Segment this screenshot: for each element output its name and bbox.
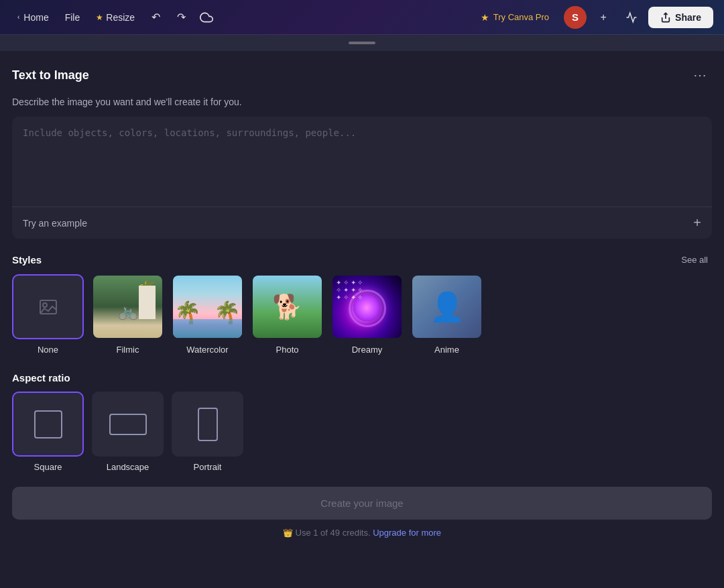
panel-header: Text to Image ⋯ xyxy=(12,64,712,86)
style-label-filmic: Filmic xyxy=(117,345,139,355)
aspect-label-portrait: Portrait xyxy=(194,462,222,472)
image-description-input[interactable] xyxy=(12,117,712,204)
dreamy-scene: ✦ ✧ ✦ ✧✧ ✦ ✦ ✧✦ ✧ ✦ ✧ xyxy=(333,276,402,338)
styles-row: None 🌴 🚲 Filmic 🌴 🌴 Waterc xyxy=(12,274,712,357)
style-label-none: None xyxy=(38,345,58,355)
share-button[interactable]: Share xyxy=(648,7,713,28)
topbar: ‹ Home File ★ Resize ↶ ↷ ★ Try Canva Pro… xyxy=(0,0,724,35)
nav-file[interactable]: File xyxy=(58,8,87,27)
aspect-label-landscape: Landscape xyxy=(107,462,149,472)
resize-crown-icon: ★ xyxy=(96,13,103,22)
try-canva-pro-label: Try Canva Pro xyxy=(493,12,549,22)
panel-subtitle: Describe the image you want and we'll cr… xyxy=(12,97,712,107)
portrait-shape-icon xyxy=(198,408,218,441)
redo-button[interactable]: ↷ xyxy=(170,6,192,29)
nav-resize-label: Resize xyxy=(106,12,135,23)
filmic-building xyxy=(139,286,156,319)
aspect-label-square: Square xyxy=(34,462,62,472)
main-panel: Text to Image ⋯ Describe the image you w… xyxy=(0,51,724,588)
drag-handle-bar xyxy=(349,42,375,44)
watercolor-scene: 🌴 🌴 xyxy=(173,276,242,338)
style-thumb-photo: 🐕 xyxy=(251,274,323,339)
try-example-bar[interactable]: Try an example + xyxy=(12,207,712,239)
avatar[interactable]: S xyxy=(564,6,587,29)
add-collaborator-button[interactable]: + xyxy=(592,6,615,29)
style-label-anime: Anime xyxy=(434,345,459,355)
style-item-dreamy[interactable]: ✦ ✧ ✦ ✧✧ ✦ ✦ ✧✦ ✧ ✦ ✧ Dreamy xyxy=(331,274,403,355)
aspect-thumb-landscape xyxy=(92,392,164,457)
aspect-item-landscape[interactable]: Landscape xyxy=(92,392,164,472)
anime-scene: 👤 xyxy=(412,276,481,338)
topbar-actions: ★ Try Canva Pro S + Share xyxy=(471,6,713,29)
share-label: Share xyxy=(675,12,701,23)
panel-title: Text to Image xyxy=(12,68,89,82)
style-thumb-dreamy: ✦ ✧ ✦ ✧✧ ✦ ✦ ✧✦ ✧ ✦ ✧ xyxy=(331,274,403,339)
aspect-thumb-portrait xyxy=(172,392,243,457)
create-image-button[interactable]: Create your image xyxy=(12,487,712,520)
drag-handle xyxy=(0,35,724,51)
style-label-photo: Photo xyxy=(276,345,299,355)
aspect-item-square[interactable]: Square xyxy=(12,392,84,472)
chevron-left-icon: ‹ xyxy=(17,13,19,21)
style-item-anime[interactable]: 👤 Anime xyxy=(411,274,483,355)
analytics-button[interactable] xyxy=(620,6,643,29)
filmic-bike: 🚲 xyxy=(118,302,138,320)
style-thumb-filmic: 🌴 🚲 xyxy=(92,274,164,339)
dreamy-stars: ✦ ✧ ✦ ✧✧ ✦ ✦ ✧✦ ✧ ✦ ✧ xyxy=(336,279,363,301)
landscape-shape-icon xyxy=(109,414,147,435)
try-example-label: Try an example xyxy=(23,218,87,229)
credits-text: Use 1 of 49 credits. xyxy=(296,528,371,538)
crown-small-icon: 👑 xyxy=(283,528,293,538)
upgrade-link[interactable]: Upgrade for more xyxy=(373,528,441,538)
footer-credits: 👑 Use 1 of 49 credits. Upgrade for more xyxy=(12,528,712,540)
nav-home-label: Home xyxy=(23,12,48,23)
topbar-left: ‹ Home File ★ Resize ↶ ↷ xyxy=(11,6,466,29)
aspect-ratio-section-title: Aspect ratio xyxy=(12,372,70,384)
more-options-button[interactable]: ⋯ xyxy=(688,64,712,86)
styles-section-header: Styles See all xyxy=(12,253,712,266)
undo-button[interactable]: ↶ xyxy=(144,6,167,29)
svg-point-2 xyxy=(43,303,47,307)
style-label-dreamy: Dreamy xyxy=(352,345,383,355)
style-item-filmic[interactable]: 🌴 🚲 Filmic xyxy=(92,274,164,355)
style-thumb-watercolor: 🌴 🌴 xyxy=(172,274,243,339)
aspect-ratio-row: Square Landscape Portrait xyxy=(12,392,712,472)
style-item-none[interactable]: None xyxy=(12,274,84,355)
plus-icon: + xyxy=(693,215,701,231)
try-canva-pro-button[interactable]: ★ Try Canva Pro xyxy=(471,7,558,27)
nav-file-label: File xyxy=(65,12,80,23)
style-thumb-anime: 👤 xyxy=(411,274,483,339)
cloud-save-button[interactable] xyxy=(195,6,218,29)
style-item-photo[interactable]: 🐕 Photo xyxy=(251,274,323,355)
filmic-scene: 🌴 🚲 xyxy=(93,276,162,338)
styles-section-title: Styles xyxy=(12,254,42,266)
nav-resize[interactable]: ★ Resize xyxy=(89,8,141,27)
crown-icon: ★ xyxy=(481,12,489,23)
text-input-area: Try an example + xyxy=(12,117,712,239)
aspect-thumb-square xyxy=(12,392,84,457)
aspect-ratio-section-header: Aspect ratio xyxy=(12,372,712,384)
style-label-watercolor: Watercolor xyxy=(186,345,228,355)
square-shape-icon xyxy=(34,410,62,438)
style-thumb-none xyxy=(12,274,84,339)
aspect-item-portrait[interactable]: Portrait xyxy=(172,392,243,472)
nav-home[interactable]: ‹ Home xyxy=(11,8,56,27)
style-item-watercolor[interactable]: 🌴 🌴 Watercolor xyxy=(172,274,243,355)
photo-scene: 🐕 xyxy=(253,276,322,338)
watercolor-water xyxy=(173,319,242,338)
see-all-styles-button[interactable]: See all xyxy=(677,253,712,266)
avatar-letter: S xyxy=(572,11,579,23)
